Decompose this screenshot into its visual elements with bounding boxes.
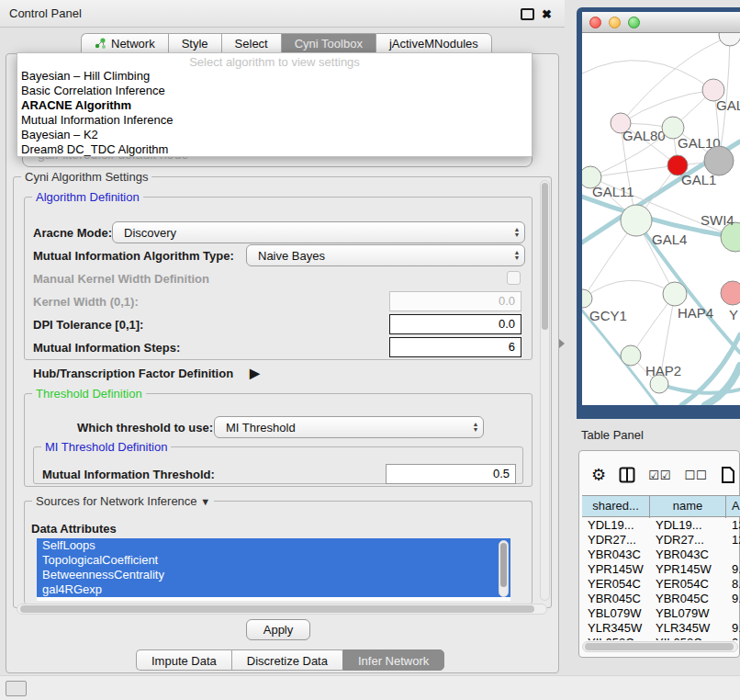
hub-definition-label: Hub/Transcription Factor Definition bbox=[33, 367, 233, 380]
hub-expand-arrow-icon[interactable]: ▶ bbox=[250, 366, 260, 380]
algorithm-dropdown-prompt: Select algorithm to view settings bbox=[17, 53, 532, 69]
settings-vertical-scrollbar[interactable] bbox=[540, 180, 550, 601]
bottom-strip bbox=[0, 675, 740, 700]
tab-select[interactable]: Select bbox=[221, 33, 281, 54]
dpi-tolerance-field[interactable]: 0.0 bbox=[389, 314, 521, 334]
table-cell: YDL19... bbox=[582, 518, 650, 533]
table-cell: 12 bbox=[726, 533, 740, 548]
tab-infer-network[interactable]: Infer Network bbox=[342, 649, 444, 671]
table-cell: YLR345W bbox=[650, 621, 726, 636]
unchecked-checkboxes-icon[interactable]: ☐☐ bbox=[684, 469, 707, 482]
node-label: GAL bbox=[716, 97, 740, 113]
network-node[interactable] bbox=[621, 205, 652, 236]
table-cell: YBL079W bbox=[582, 606, 650, 621]
checked-checkboxes-icon[interactable]: ☑☑ bbox=[648, 469, 671, 482]
column-header-shared-name[interactable]: shared... bbox=[582, 496, 650, 518]
which-threshold-label: Which threshold to use: bbox=[77, 421, 213, 435]
table-cell: YBR043C bbox=[650, 548, 726, 562]
mi-threshold-label: Mutual Information Threshold: bbox=[42, 468, 215, 481]
mi-type-label: Mutual Information Algorithm Type: bbox=[33, 249, 234, 263]
table-cell: 9. bbox=[726, 592, 740, 606]
attributes-list-scrollbar[interactable] bbox=[499, 540, 509, 597]
algorithm-option[interactable]: Bayesian – K2 bbox=[17, 128, 532, 142]
algorithm-dropdown-list: Bayesian – Hill ClimbingBasic Correlatio… bbox=[17, 69, 532, 157]
algorithm-option[interactable]: Basic Correlation Inference bbox=[17, 84, 532, 98]
table-row[interactable]: YDL19...YDL19...13 bbox=[582, 518, 740, 533]
table-cell: 9. bbox=[726, 621, 740, 636]
table-row[interactable]: YBR043CYBR043C bbox=[582, 548, 740, 562]
tab-cyni-toolbox[interactable]: Cyni Toolbox bbox=[281, 33, 376, 54]
algorithm-option[interactable]: Mutual Information Inference bbox=[17, 113, 532, 128]
algorithm-option[interactable]: ARACNE Algorithm bbox=[17, 98, 532, 113]
table-row[interactable]: YIL052CYIL052C0. bbox=[582, 636, 740, 640]
close-icon[interactable]: ✖ bbox=[542, 8, 552, 20]
table-cell: 13 bbox=[726, 518, 740, 533]
algorithm-option[interactable]: Bayesian – Hill Climbing bbox=[17, 69, 532, 84]
table-row[interactable]: YLR345WYLR345W9. bbox=[582, 621, 740, 636]
network-edge bbox=[705, 366, 740, 405]
data-attributes-label: Data Attributes bbox=[31, 522, 117, 536]
tab-discretize-data[interactable]: Discretize Data bbox=[231, 649, 342, 671]
data-attribute-item[interactable]: SelfLoops bbox=[37, 538, 510, 553]
mi-steps-field[interactable]: 6 bbox=[389, 337, 521, 357]
table-row[interactable]: YBR045CYBR045C9. bbox=[582, 592, 740, 606]
table-cell: YBR043C bbox=[582, 548, 650, 562]
table-row[interactable]: YBL079WYBL079W bbox=[582, 606, 740, 621]
tab-jactivemnodules[interactable]: jActiveMNodules bbox=[376, 33, 492, 54]
float-window-icon[interactable] bbox=[521, 8, 534, 20]
column-header-clipped[interactable]: A bbox=[726, 496, 740, 518]
aracne-mode-combo[interactable]: Discovery ▲▼ bbox=[112, 221, 525, 243]
network-window-titlebar[interactable] bbox=[582, 12, 740, 33]
mi-type-combo[interactable]: Naive Bayes ▲▼ bbox=[246, 244, 525, 266]
tab-impute-data[interactable]: Impute Data bbox=[136, 649, 231, 671]
data-attributes-list[interactable]: SelfLoopsTopologicalCoefficientBetweenne… bbox=[37, 538, 510, 601]
data-attribute-item[interactable]: gal4RGexp bbox=[37, 582, 510, 597]
document-icon[interactable] bbox=[721, 466, 735, 484]
table-toolbar: ⚙ ☑☑ ☐☐ bbox=[591, 462, 740, 488]
network-node[interactable] bbox=[721, 281, 740, 305]
splitpane-handle-icon[interactable] bbox=[559, 339, 565, 348]
close-traffic-light-icon[interactable] bbox=[589, 17, 601, 28]
manual-kernel-checkbox[interactable] bbox=[507, 271, 521, 285]
minimize-traffic-light-icon[interactable] bbox=[609, 17, 621, 28]
tab-style[interactable]: Style bbox=[168, 33, 221, 54]
network-node[interactable] bbox=[704, 146, 734, 175]
network-canvas[interactable]: GALGAL80GAL10GAL1GAL11SWI4GAL4GCY1HAP4YH… bbox=[582, 33, 740, 405]
apply-button[interactable]: Apply bbox=[246, 619, 310, 640]
minimized-panel-icon[interactable] bbox=[6, 681, 27, 696]
network-node[interactable] bbox=[650, 375, 668, 393]
mi-threshold-group-title: MI Threshold Definition bbox=[41, 440, 171, 454]
network-node[interactable] bbox=[621, 345, 641, 366]
tab-network[interactable]: Network bbox=[81, 33, 168, 54]
table-row[interactable]: YPR145WYPR145W9. bbox=[582, 562, 740, 577]
network-graph: GALGAL80GAL10GAL1GAL11SWI4GAL4GCY1HAP4YH… bbox=[582, 33, 740, 405]
table-cell: YIL052C bbox=[650, 636, 726, 640]
algorithm-option[interactable]: Dream8 DC_TDC Algorithm bbox=[17, 142, 532, 157]
table-row[interactable]: YDR27...YDR27...12 bbox=[582, 533, 740, 548]
table-cell: YIL052C bbox=[582, 636, 650, 640]
mi-threshold-field[interactable]: 0.5 bbox=[386, 464, 516, 484]
kernel-width-field[interactable]: 0.0 bbox=[389, 291, 521, 311]
settings-horizontal-scrollbar[interactable] bbox=[17, 604, 547, 615]
table-cell: YDR27... bbox=[650, 533, 726, 548]
gear-icon[interactable]: ⚙ bbox=[591, 467, 606, 483]
data-attribute-item[interactable]: BetweennessCentrality bbox=[37, 568, 510, 582]
zoom-traffic-light-icon[interactable] bbox=[628, 17, 640, 28]
table-horizontal-scrollbar[interactable] bbox=[582, 641, 738, 652]
data-attribute-item[interactable]: TopologicalCoefficient bbox=[37, 553, 510, 568]
network-node[interactable] bbox=[719, 33, 740, 46]
kernel-width-label: Kernel Width (0,1): bbox=[33, 295, 139, 309]
tab-label: Network bbox=[111, 33, 155, 54]
columns-icon[interactable] bbox=[619, 467, 635, 483]
network-icon bbox=[95, 38, 107, 50]
column-header-name[interactable]: name bbox=[650, 496, 726, 518]
table-cell: 0. bbox=[726, 636, 740, 640]
table-cell: YDR27... bbox=[582, 533, 650, 548]
settings-group-title: Cyni Algorithm Settings bbox=[21, 170, 151, 184]
collapse-arrow-icon[interactable]: ▼ bbox=[200, 496, 210, 507]
which-threshold-combo[interactable]: MI Threshold ▲▼ bbox=[214, 416, 484, 438]
network-node[interactable] bbox=[582, 289, 592, 308]
network-node[interactable] bbox=[663, 282, 687, 306]
table-row[interactable]: YER054CYER054C8. bbox=[582, 577, 740, 592]
table-cell: 8. bbox=[726, 577, 740, 592]
